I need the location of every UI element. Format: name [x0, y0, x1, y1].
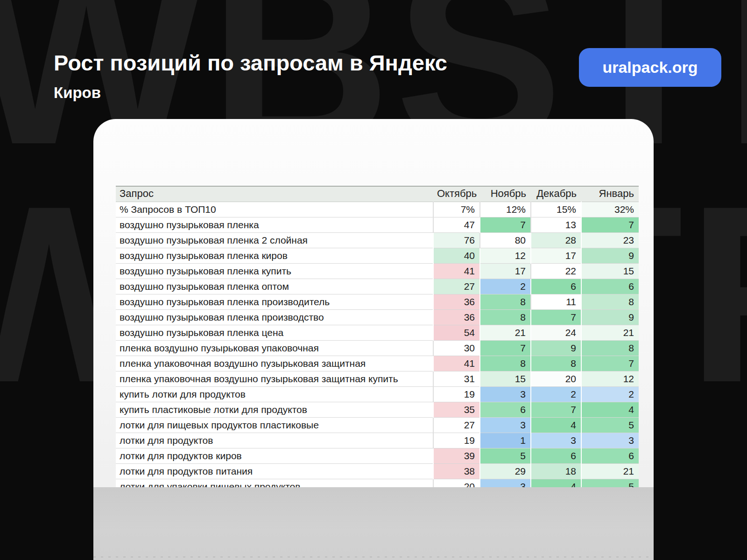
card-bottom-area	[93, 487, 654, 560]
value-cell: 20	[531, 371, 581, 387]
value-cell: 27	[433, 418, 480, 433]
value-cell: 2	[581, 387, 639, 402]
table-row: воздушно пузырьковая пленка цена54212421	[116, 325, 639, 341]
value-cell: 6	[480, 402, 531, 418]
column-header: Ноябрь	[480, 187, 531, 202]
table-row: пленка упаковочная воздушно пузырьковая …	[116, 371, 639, 387]
value-cell: 35	[433, 402, 480, 418]
query-cell: воздушно пузырьковая пленка	[116, 217, 433, 233]
table-row: пленка упаковочная воздушно пузырьковая …	[116, 356, 639, 371]
value-cell: 7%	[433, 202, 480, 217]
query-cell: пленка воздушно пузырьковая упаковочная	[116, 341, 433, 356]
query-cell: воздушно пузырьковая пленка купить	[116, 264, 433, 279]
value-cell: 11	[531, 294, 581, 310]
column-header: Декабрь	[531, 187, 581, 202]
value-cell: 4	[531, 418, 581, 433]
value-cell: 54	[433, 325, 480, 341]
query-cell: лотки для продуктов	[116, 433, 433, 448]
table-row: лотки для пищевых продуктов пластиковые2…	[116, 418, 639, 433]
value-cell: 5	[480, 448, 531, 464]
value-cell: 9	[581, 310, 639, 325]
value-cell: 4	[581, 402, 639, 418]
value-cell: 6	[581, 279, 639, 294]
value-cell: 19	[433, 433, 480, 448]
value-cell: 9	[581, 248, 639, 264]
value-cell: 12%	[480, 202, 531, 217]
value-cell: 15%	[531, 202, 581, 217]
table-row: купить пластиковые лотки для продуктов35…	[116, 402, 639, 418]
value-cell: 29	[480, 464, 531, 479]
table-row: воздушно пузырьковая пленка киров4012179	[116, 248, 639, 264]
value-cell: 8	[581, 294, 639, 310]
query-cell: воздушно пузырьковая пленка производител…	[116, 294, 433, 310]
page-title: Рост позиций по запросам в Яндекс	[54, 50, 447, 76]
query-cell: воздушно пузырьковая пленка производство	[116, 310, 433, 325]
table-row: воздушно пузырьковая пленка производител…	[116, 294, 639, 310]
value-cell: 8	[581, 341, 639, 356]
value-cell: 8	[480, 356, 531, 371]
table-row: воздушно пузырьковая пленка 2 слойная768…	[116, 233, 639, 248]
site-badge[interactable]: uralpack.org	[579, 48, 721, 87]
value-cell: 6	[581, 448, 639, 464]
value-cell: 21	[581, 325, 639, 341]
value-cell: 9	[531, 341, 581, 356]
value-cell: 18	[531, 464, 581, 479]
value-cell: 31	[433, 371, 480, 387]
value-cell: 39	[433, 448, 480, 464]
value-cell: 15	[581, 264, 639, 279]
header: Рост позиций по запросам в Яндекс Киров	[54, 50, 447, 102]
value-cell: 7	[480, 341, 531, 356]
value-cell: 2	[531, 387, 581, 402]
query-cell: купить лотки для продуктов	[116, 387, 433, 402]
value-cell: 41	[433, 356, 480, 371]
value-cell: 3	[480, 387, 531, 402]
value-cell: 3	[581, 433, 639, 448]
value-cell: 27	[433, 279, 480, 294]
value-cell: 15	[480, 371, 531, 387]
table-row: воздушно пузырьковая пленка477137	[116, 217, 639, 233]
value-cell: 2	[480, 279, 531, 294]
value-cell: 22	[531, 264, 581, 279]
query-cell: лотки для продуктов киров	[116, 448, 433, 464]
value-cell: 30	[433, 341, 480, 356]
query-cell: лотки для продуктов питания	[116, 464, 433, 479]
positions-table: ЗапросОктябрьНоябрьДекабрьЯнварь % Запро…	[116, 186, 639, 488]
table-row: воздушно пузырьковая пленка производство…	[116, 310, 639, 325]
value-cell: 7	[581, 356, 639, 371]
query-cell: воздушно пузырьковая пленка киров	[116, 248, 433, 264]
value-cell: 36	[433, 310, 480, 325]
value-cell: 7	[480, 217, 531, 233]
value-cell: 28	[531, 233, 581, 248]
query-cell: воздушно пузырьковая пленка 2 слойная	[116, 233, 433, 248]
value-cell: 19	[433, 387, 480, 402]
column-header: Запрос	[116, 187, 433, 202]
value-cell: 12	[581, 371, 639, 387]
value-cell: 3	[531, 433, 581, 448]
value-cell: 76	[433, 233, 480, 248]
value-cell: 36	[433, 294, 480, 310]
column-header: Январь	[581, 187, 639, 202]
value-cell: 1	[480, 433, 531, 448]
value-cell: 21	[480, 325, 531, 341]
page-background: WBSTR WBSTR Рост позиций по запросам в Я…	[0, 0, 747, 560]
value-cell: 13	[531, 217, 581, 233]
value-cell: 7	[531, 402, 581, 418]
table-body: % Запросов в ТОП107%12%15%32%воздушно пу…	[116, 202, 639, 489]
value-cell: 41	[433, 264, 480, 279]
query-cell: пленка упаковочная воздушно пузырьковая …	[116, 356, 433, 371]
table-header: ЗапросОктябрьНоябрьДекабрьЯнварь	[116, 187, 639, 202]
value-cell: 80	[480, 233, 531, 248]
table-row: лотки для продуктов питания38291821	[116, 464, 639, 479]
value-cell: 5	[581, 418, 639, 433]
query-cell: воздушно пузырьковая пленка цена	[116, 325, 433, 341]
query-cell: купить пластиковые лотки для продуктов	[116, 402, 433, 418]
value-cell: 12	[480, 248, 531, 264]
table-header-row: ЗапросОктябрьНоябрьДекабрьЯнварь	[116, 187, 639, 202]
value-cell: 6	[531, 448, 581, 464]
value-cell: 40	[433, 248, 480, 264]
value-cell: 24	[531, 325, 581, 341]
value-cell: 23	[581, 233, 639, 248]
query-cell: воздушно пузырьковая пленка оптом	[116, 279, 433, 294]
query-cell: лотки для пищевых продуктов пластиковые	[116, 418, 433, 433]
query-cell: % Запросов в ТОП10	[116, 202, 433, 217]
